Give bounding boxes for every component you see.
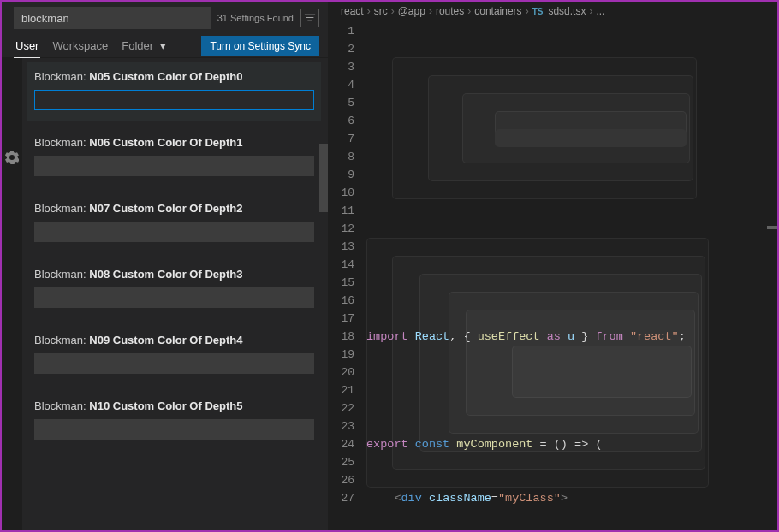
setting-title: Blockman: N07 Custom Color Of Depth2 xyxy=(34,202,314,215)
setting-value-input[interactable] xyxy=(34,419,314,440)
scrollbar-thumb[interactable] xyxy=(319,144,328,212)
setting-item[interactable]: Blockman: N08 Custom Color Of Depth3 xyxy=(27,259,321,318)
settings-filter-button[interactable] xyxy=(300,9,319,27)
setting-value-input[interactable] xyxy=(34,222,314,242)
settings-sync-button[interactable]: Turn on Settings Sync xyxy=(201,36,319,56)
tab-user[interactable]: User xyxy=(14,34,40,58)
breadcrumb[interactable]: react› src› @app› routes› containers› TS… xyxy=(329,2,777,21)
settings-panel: 31 Settings Found User Workspace Folder … xyxy=(2,2,329,530)
editor-panel: react› src› @app› routes› containers› TS… xyxy=(329,2,777,530)
setting-title: Blockman: N09 Custom Color Of Depth4 xyxy=(34,334,314,346)
setting-value-input[interactable] xyxy=(34,156,314,176)
filter-icon xyxy=(304,12,316,24)
tab-folder[interactable]: Folder xyxy=(120,34,155,57)
setting-item[interactable]: Blockman: N09 Custom Color Of Depth4 xyxy=(27,325,321,384)
setting-item[interactable]: Blockman: N06 Custom Color Of Depth1 xyxy=(27,127,321,186)
setting-value-input[interactable] xyxy=(34,287,314,308)
setting-title: Blockman: N06 Custom Color Of Depth1 xyxy=(34,136,314,149)
setting-value-input[interactable] xyxy=(34,353,314,374)
setting-title: Blockman: N10 Custom Color Of Depth5 xyxy=(34,399,314,412)
overview-ruler[interactable] xyxy=(767,21,777,530)
setting-item[interactable]: Blockman: N07 Custom Color Of Depth2 xyxy=(27,193,321,252)
setting-item[interactable]: Blockman: N05 Custom Color Of Depth0 xyxy=(27,62,321,121)
chevron-down-icon[interactable]: ▾ xyxy=(160,39,166,52)
code-content[interactable]: import React, { useEffect as u } from "r… xyxy=(366,21,777,530)
tab-workspace[interactable]: Workspace xyxy=(51,34,110,57)
setting-title: Blockman: N08 Custom Color Of Depth3 xyxy=(34,268,314,281)
setting-value-input[interactable] xyxy=(34,90,314,110)
setting-title: Blockman: N05 Custom Color Of Depth0 xyxy=(34,70,314,83)
ts-icon: TS xyxy=(532,7,544,16)
settings-list[interactable]: Blockman: N05 Custom Color Of Depth0Bloc… xyxy=(22,58,328,530)
setting-item[interactable]: Blockman: N10 Custom Color Of Depth5 xyxy=(27,391,321,450)
settings-search-input[interactable] xyxy=(14,7,211,29)
gear-icon[interactable] xyxy=(5,151,19,164)
line-gutter: 1234567891011121314151617181920212223242… xyxy=(329,21,366,530)
settings-count-label: 31 Settings Found xyxy=(217,13,294,23)
